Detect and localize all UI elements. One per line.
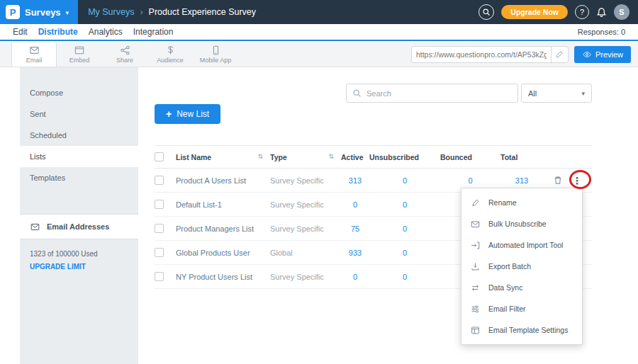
row-checkbox[interactable] (155, 248, 164, 257)
unsubscribed-count[interactable]: 0 (369, 193, 440, 217)
avatar[interactable]: S (614, 4, 629, 20)
toolbar-item-mobile-app[interactable]: Mobile App (193, 42, 238, 67)
menu-item-data-sync[interactable]: Data Sync (461, 277, 582, 298)
toolbar-item-share[interactable]: Share (102, 42, 147, 67)
menu-item-automated-import-tool[interactable]: Automated Import Tool (461, 234, 582, 256)
page-title: Product Experience Survey (149, 7, 256, 17)
breadcrumb-separator: › (140, 7, 142, 17)
column-header-active: Active (341, 146, 369, 169)
responses-count: Responses: 0 (578, 28, 625, 36)
select-all-checkbox[interactable] (155, 152, 164, 161)
column-header-list-name[interactable]: List Name ⇅ (176, 146, 270, 169)
tab-edit[interactable]: Edit (13, 27, 28, 37)
toolbar-item-embed[interactable]: Embed (57, 42, 102, 67)
audience-icon (165, 45, 176, 55)
list-name-link[interactable]: Product A Users List (176, 169, 270, 193)
list-search-box (346, 84, 518, 103)
notifications-bell-icon[interactable] (596, 7, 607, 18)
column-header-total: Total (500, 146, 543, 169)
tab-integration[interactable]: Integration (133, 27, 174, 37)
eye-icon (582, 50, 592, 59)
unsubscribed-count[interactable]: 0 (369, 169, 440, 193)
list-name-link[interactable]: Default List-1 (176, 193, 270, 217)
data-sync-icon (471, 283, 480, 292)
upgrade-now-button[interactable]: Upgrade Now (501, 5, 568, 19)
menu-item-export-batch[interactable]: Export Batch (461, 256, 582, 277)
row-checkbox[interactable] (155, 200, 164, 209)
survey-url-input[interactable] (412, 50, 551, 59)
chevron-down-icon: ▾ (66, 9, 69, 16)
bulk-unsubscribe-icon (471, 220, 480, 229)
automated-import-icon (471, 241, 480, 250)
new-list-button[interactable]: + New List (155, 104, 220, 124)
unsubscribed-count[interactable]: 0 (369, 265, 440, 289)
row-checkbox[interactable] (155, 272, 164, 281)
menu-item-email-template-settings[interactable]: Email Template Settings (461, 319, 582, 341)
list-filter-dropdown[interactable]: All ▾ (521, 84, 592, 103)
rename-icon (471, 198, 480, 207)
sidebar-item-sent[interactable]: Sent (20, 103, 138, 125)
tab-distribute[interactable]: Distribute (38, 27, 78, 37)
breadcrumb-my-surveys[interactable]: My Surveys (88, 7, 134, 17)
topbar-actions: Upgrade Now ? S (478, 4, 638, 20)
delete-icon[interactable] (553, 175, 563, 186)
distribute-toolbar: Email Embed Share Audience Mobile App (0, 42, 638, 67)
sidebar-items: Compose Sent Scheduled Lists Templates (20, 67, 138, 188)
list-search-input[interactable] (366, 89, 512, 98)
share-icon (120, 45, 130, 55)
sidebar-item-lists[interactable]: Lists (20, 146, 138, 167)
column-header-type[interactable]: Type ⇅ (270, 146, 341, 169)
surveys-product-menu[interactable]: P Surveys ▾ (0, 0, 78, 24)
sort-icon: ⇅ (257, 153, 270, 160)
menu-item-rename[interactable]: Rename (461, 192, 582, 213)
sidebar-item-compose[interactable]: Compose (20, 82, 138, 103)
product-menu-label: Surveys (25, 7, 61, 18)
active-count[interactable]: 75 (341, 217, 369, 241)
envelope-icon (30, 222, 40, 232)
unsubscribed-count[interactable]: 0 (369, 241, 440, 265)
search-icon[interactable] (478, 4, 494, 20)
app-window: P Surveys ▾ My Surveys › Product Experie… (0, 0, 638, 364)
sort-icon: ⇅ (328, 153, 341, 160)
list-name-link[interactable]: NY Product Users List (176, 265, 270, 289)
list-type: Survey Specific (270, 193, 341, 217)
filter-selected-value: All (528, 89, 537, 98)
email-addresses-section: Email Addresses (20, 214, 138, 239)
list-name-link[interactable]: Product Managers List (176, 217, 270, 241)
column-header-bounced: Bounced (440, 146, 500, 169)
lists-content: All ▾ + New List List Name ⇅ Typ (138, 67, 638, 364)
questionpro-logo: P (6, 5, 20, 19)
export-batch-icon (471, 262, 480, 271)
active-count[interactable]: 0 (341, 265, 369, 289)
kebab-menu-icon[interactable]: ⋮ (572, 176, 582, 186)
unsubscribed-count[interactable]: 0 (369, 217, 440, 241)
email-sidebar: Compose Sent Scheduled Lists Templates E… (20, 67, 138, 364)
column-header-actions (543, 146, 592, 169)
mobile-app-icon (211, 45, 221, 55)
list-type: Survey Specific (270, 265, 341, 289)
toolbar-item-email[interactable]: Email (11, 42, 57, 67)
active-count[interactable]: 0 (341, 193, 369, 217)
menu-item-bulk-unsubscribe[interactable]: Bulk Unsubscribe (461, 213, 582, 234)
edit-url-pencil-icon[interactable] (551, 47, 568, 62)
active-count[interactable]: 933 (341, 241, 369, 265)
survey-nav-tabs: Edit Distribute Analytics Integration Re… (0, 24, 638, 41)
toolbar-item-audience[interactable]: Audience (147, 42, 193, 67)
tab-analytics[interactable]: Analytics (89, 27, 123, 37)
list-type: Survey Specific (270, 169, 341, 193)
menu-item-email-filter[interactable]: Email Filter (461, 298, 582, 319)
list-type: Survey Specific (270, 217, 341, 241)
list-type: Global (270, 241, 341, 265)
list-name-link[interactable]: Global Products User (176, 241, 270, 265)
preview-button[interactable]: Preview (574, 46, 631, 63)
help-button[interactable]: ? (575, 5, 589, 19)
sidebar-item-scheduled[interactable]: Scheduled (20, 125, 138, 146)
upgrade-limit-link[interactable]: UPGRADE LIMIT (20, 258, 138, 271)
active-count[interactable]: 313 (341, 169, 369, 193)
embed-icon (74, 45, 85, 55)
row-checkbox[interactable] (155, 176, 164, 185)
search-icon (352, 89, 362, 98)
row-checkbox[interactable] (155, 224, 164, 233)
sidebar-item-templates[interactable]: Templates (20, 167, 138, 188)
email-usage-text: 1323 of 100000 Used (20, 239, 138, 258)
